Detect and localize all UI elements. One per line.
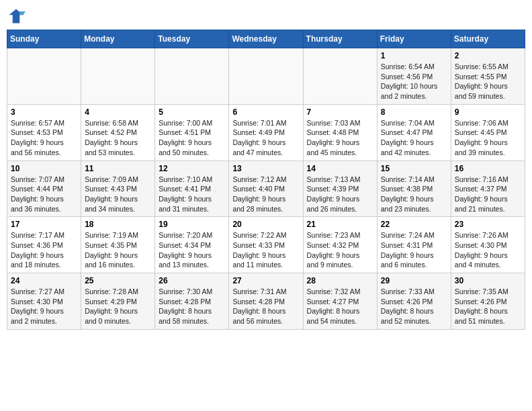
day-number: 12: [159, 164, 225, 173]
day-number: 30: [455, 276, 521, 285]
calendar-week-4: 17Sunrise: 7:17 AMSunset: 4:36 PMDayligh…: [7, 217, 525, 273]
calendar-cell: 15Sunrise: 7:14 AMSunset: 4:38 PMDayligh…: [377, 161, 451, 217]
logo-icon: [7, 7, 26, 26]
calendar-cell: 16Sunrise: 7:16 AMSunset: 4:37 PMDayligh…: [451, 161, 525, 217]
calendar-week-5: 24Sunrise: 7:27 AMSunset: 4:30 PMDayligh…: [7, 273, 525, 330]
calendar-cell: 28Sunrise: 7:32 AMSunset: 4:27 PMDayligh…: [303, 273, 377, 330]
weekday-header-thursday: Thursday: [303, 30, 377, 48]
calendar-cell: 22Sunrise: 7:24 AMSunset: 4:31 PMDayligh…: [377, 217, 451, 273]
day-number: 13: [232, 164, 299, 173]
day-number: 8: [381, 107, 447, 117]
day-info: Sunrise: 6:58 AMSunset: 4:52 PMDaylight:…: [85, 118, 151, 158]
day-number: 10: [11, 164, 77, 173]
day-number: 25: [85, 276, 151, 285]
day-info: Sunrise: 7:01 AMSunset: 4:49 PMDaylight:…: [232, 118, 299, 158]
day-info: Sunrise: 7:16 AMSunset: 4:37 PMDaylight:…: [455, 175, 521, 214]
weekday-header-saturday: Saturday: [451, 30, 525, 48]
day-number: 16: [455, 164, 521, 173]
day-info: Sunrise: 6:54 AMSunset: 4:56 PMDaylight:…: [381, 62, 447, 101]
day-number: 6: [232, 107, 299, 117]
calendar-cell: [229, 48, 303, 105]
calendar-cell: 14Sunrise: 7:13 AMSunset: 4:39 PMDayligh…: [303, 161, 377, 217]
weekday-header-friday: Friday: [377, 30, 451, 48]
calendar-cell: 6Sunrise: 7:01 AMSunset: 4:49 PMDaylight…: [229, 104, 303, 161]
calendar-cell: 25Sunrise: 7:28 AMSunset: 4:29 PMDayligh…: [81, 273, 155, 330]
calendar-cell: 18Sunrise: 7:19 AMSunset: 4:35 PMDayligh…: [81, 217, 155, 273]
day-info: Sunrise: 7:13 AMSunset: 4:39 PMDaylight:…: [307, 175, 373, 214]
calendar-cell: 13Sunrise: 7:12 AMSunset: 4:40 PMDayligh…: [229, 161, 303, 217]
day-number: 29: [381, 276, 447, 285]
day-info: Sunrise: 7:19 AMSunset: 4:35 PMDaylight:…: [85, 230, 151, 270]
calendar-cell: 20Sunrise: 7:22 AMSunset: 4:33 PMDayligh…: [229, 217, 303, 273]
calendar-cell: 2Sunrise: 6:55 AMSunset: 4:55 PMDaylight…: [451, 48, 525, 105]
day-number: 23: [455, 220, 521, 229]
day-info: Sunrise: 7:27 AMSunset: 4:30 PMDaylight:…: [11, 287, 77, 326]
day-info: Sunrise: 7:20 AMSunset: 4:34 PMDaylight:…: [159, 230, 225, 270]
calendar-cell: 26Sunrise: 7:30 AMSunset: 4:28 PMDayligh…: [155, 273, 229, 330]
weekday-header-wednesday: Wednesday: [229, 30, 303, 48]
day-info: Sunrise: 7:35 AMSunset: 4:26 PMDaylight:…: [455, 287, 521, 326]
calendar-cell: 19Sunrise: 7:20 AMSunset: 4:34 PMDayligh…: [155, 217, 229, 273]
calendar-cell: [7, 48, 81, 105]
day-info: Sunrise: 7:14 AMSunset: 4:38 PMDaylight:…: [381, 175, 447, 214]
calendar-header-row: SundayMondayTuesdayWednesdayThursdayFrid…: [7, 30, 525, 48]
day-number: 3: [11, 107, 77, 117]
calendar-cell: 1Sunrise: 6:54 AMSunset: 4:56 PMDaylight…: [377, 48, 451, 105]
day-number: 7: [307, 107, 373, 117]
calendar-cell: 21Sunrise: 7:23 AMSunset: 4:32 PMDayligh…: [303, 217, 377, 273]
day-info: Sunrise: 7:12 AMSunset: 4:40 PMDaylight:…: [232, 175, 299, 214]
calendar-cell: 8Sunrise: 7:04 AMSunset: 4:47 PMDaylight…: [377, 104, 451, 161]
day-number: 5: [159, 107, 225, 117]
calendar-cell: 17Sunrise: 7:17 AMSunset: 4:36 PMDayligh…: [7, 217, 81, 273]
day-info: Sunrise: 7:03 AMSunset: 4:48 PMDaylight:…: [307, 118, 373, 158]
day-number: 2: [455, 51, 521, 60]
calendar-week-1: 1Sunrise: 6:54 AMSunset: 4:56 PMDaylight…: [7, 48, 525, 105]
calendar-cell: 9Sunrise: 7:06 AMSunset: 4:45 PMDaylight…: [451, 104, 525, 161]
day-number: 20: [232, 220, 299, 229]
day-number: 21: [307, 220, 373, 229]
day-info: Sunrise: 7:33 AMSunset: 4:26 PMDaylight:…: [381, 287, 447, 326]
calendar-cell: 5Sunrise: 7:00 AMSunset: 4:51 PMDaylight…: [155, 104, 229, 161]
day-number: 26: [159, 276, 225, 285]
day-number: 24: [11, 276, 77, 285]
calendar-cell: 10Sunrise: 7:07 AMSunset: 4:44 PMDayligh…: [7, 161, 81, 217]
calendar: SundayMondayTuesdayWednesdayThursdayFrid…: [7, 30, 525, 330]
calendar-cell: 11Sunrise: 7:09 AMSunset: 4:43 PMDayligh…: [81, 161, 155, 217]
day-info: Sunrise: 7:23 AMSunset: 4:32 PMDaylight:…: [307, 230, 373, 270]
calendar-week-2: 3Sunrise: 6:57 AMSunset: 4:53 PMDaylight…: [7, 104, 525, 161]
day-info: Sunrise: 7:26 AMSunset: 4:30 PMDaylight:…: [455, 230, 521, 270]
day-number: 18: [85, 220, 151, 229]
day-info: Sunrise: 6:57 AMSunset: 4:53 PMDaylight:…: [11, 118, 77, 158]
calendar-cell: 30Sunrise: 7:35 AMSunset: 4:26 PMDayligh…: [451, 273, 525, 330]
day-info: Sunrise: 7:07 AMSunset: 4:44 PMDaylight:…: [11, 175, 77, 214]
weekday-header-tuesday: Tuesday: [155, 30, 229, 48]
calendar-cell: [155, 48, 229, 105]
svg-marker-1: [19, 11, 26, 15]
day-number: 15: [381, 164, 447, 173]
day-number: 14: [307, 164, 373, 173]
calendar-cell: 23Sunrise: 7:26 AMSunset: 4:30 PMDayligh…: [451, 217, 525, 273]
day-info: Sunrise: 7:28 AMSunset: 4:29 PMDaylight:…: [85, 287, 151, 326]
day-info: Sunrise: 7:09 AMSunset: 4:43 PMDaylight:…: [85, 175, 151, 214]
day-number: 28: [307, 276, 373, 285]
day-number: 9: [455, 107, 521, 117]
day-info: Sunrise: 7:06 AMSunset: 4:45 PMDaylight:…: [455, 118, 521, 158]
day-info: Sunrise: 7:31 AMSunset: 4:28 PMDaylight:…: [232, 287, 299, 326]
calendar-cell: 7Sunrise: 7:03 AMSunset: 4:48 PMDaylight…: [303, 104, 377, 161]
day-number: 22: [381, 220, 447, 229]
weekday-header-monday: Monday: [81, 30, 155, 48]
day-info: Sunrise: 6:55 AMSunset: 4:55 PMDaylight:…: [455, 62, 521, 101]
calendar-week-3: 10Sunrise: 7:07 AMSunset: 4:44 PMDayligh…: [7, 161, 525, 217]
day-info: Sunrise: 7:00 AMSunset: 4:51 PMDaylight:…: [159, 118, 225, 158]
day-number: 4: [85, 107, 151, 117]
svg-marker-0: [9, 9, 24, 24]
calendar-cell: [81, 48, 155, 105]
day-info: Sunrise: 7:04 AMSunset: 4:47 PMDaylight:…: [381, 118, 447, 158]
day-info: Sunrise: 7:30 AMSunset: 4:28 PMDaylight:…: [159, 287, 225, 326]
calendar-cell: [303, 48, 377, 105]
header: [7, 7, 525, 26]
calendar-cell: 27Sunrise: 7:31 AMSunset: 4:28 PMDayligh…: [229, 273, 303, 330]
day-number: 11: [85, 164, 151, 173]
calendar-cell: 4Sunrise: 6:58 AMSunset: 4:52 PMDaylight…: [81, 104, 155, 161]
day-info: Sunrise: 7:17 AMSunset: 4:36 PMDaylight:…: [11, 230, 77, 270]
